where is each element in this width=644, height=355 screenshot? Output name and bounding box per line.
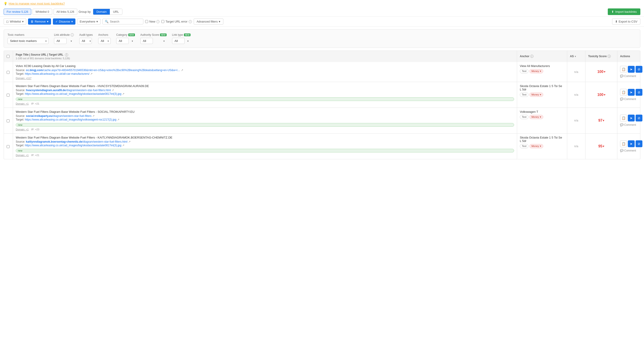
target-url-error-checkbox-label[interactable]: Target URL error i xyxy=(161,20,192,23)
link-type-select[interactable]: All xyxy=(172,38,184,44)
row2-source-link[interactable]: hvacsystemdiagram.aura09.de/diagram/west… xyxy=(26,89,111,92)
filter-group-link-type: Link type NEW All xyxy=(172,33,190,44)
row4-badge-text: Text xyxy=(520,144,528,148)
row4-anchor-text: Skoda Octavia Estate 1 5 Tsi Se L 5dr xyxy=(520,136,564,143)
row3-checkbox[interactable] xyxy=(6,120,10,122)
toxicity-info-icon[interactable]: i xyxy=(608,55,611,58)
group-by-label: Group by xyxy=(78,10,91,14)
select-all-checkbox[interactable] xyxy=(6,55,10,58)
target-url-error-info-icon[interactable]: i xyxy=(189,20,192,23)
row4-checkbox[interactable] xyxy=(6,145,10,148)
filter-group-authority-score: Authority Score NEW All xyxy=(140,33,166,44)
import-backlinks-button[interactable]: ⬆ Import backlinks xyxy=(608,8,640,15)
row2-target-external-icon: ↗ xyxy=(122,92,124,96)
row4-comment-icon: 💬 xyxy=(620,149,624,152)
row2-domain-info-wrapper: Domain: +1 IP: +21 xyxy=(16,102,514,105)
row1-comment-link[interactable]: 💬 Comment xyxy=(620,74,642,78)
toxicity-chevron-icon: ▾ xyxy=(603,119,604,122)
location-dropdown-button[interactable]: Everywhere ▾ xyxy=(77,18,101,24)
toxic-markers-select[interactable]: Select toxic markers xyxy=(8,38,48,44)
row2-source-line: Source: hvacsystemdiagram.aura09.de/diag… xyxy=(16,89,514,92)
disavow-dropdown-button[interactable]: ✓ Disavow ▾ xyxy=(53,18,76,24)
row1-block-button[interactable]: ⊘ xyxy=(636,66,642,73)
new-checkbox[interactable] xyxy=(145,20,148,23)
audit-types-select[interactable]: All xyxy=(79,38,92,44)
anchors-label: Anchors xyxy=(98,33,111,36)
row1-domain-info[interactable]: Domain: +117 xyxy=(16,77,514,80)
row1-target-external-icon: ↗ xyxy=(90,72,92,76)
row3-badge-money[interactable]: Money ▾ xyxy=(529,115,543,119)
row4-as-value: n/a xyxy=(574,144,578,148)
link-attribute-select[interactable]: All xyxy=(54,38,66,44)
row1-copy-button[interactable]: 📋 xyxy=(620,66,627,73)
new-info-icon[interactable]: i xyxy=(156,20,160,23)
whitelist-dropdown-button[interactable]: ◻ Whitelist ▾ xyxy=(4,18,26,24)
row3-actions-col: 📋 ➤ ⊘ 💬 Comment xyxy=(620,114,642,126)
tab-whitelist[interactable]: Whitelist 0 xyxy=(32,9,52,15)
row3-block-button[interactable]: ⊘ xyxy=(636,114,642,122)
new-checkbox-label[interactable]: New i xyxy=(145,20,160,23)
row3-domain-info[interactable]: Domain: +1 xyxy=(16,128,29,131)
advanced-filters-button[interactable]: Advanced filters ▾ xyxy=(194,18,224,24)
row3-target-link[interactable]: https://www.allcarleasing.co.uk/cad_imag… xyxy=(25,118,116,121)
row2-copy-button[interactable]: 📋 xyxy=(620,89,627,96)
row1-source-link[interactable]: cc.bingj.com/cache.aspx?d=48344557019465… xyxy=(26,68,180,72)
filter-panel-row: Toxic markers Select toxic markers Link … xyxy=(8,33,636,44)
tab-for-review[interactable]: For review 5,126 xyxy=(4,9,31,15)
table-row: Western Star Fuel Filters Diagram Base W… xyxy=(4,108,640,134)
row1-badge-money[interactable]: Money ▾ xyxy=(529,69,543,73)
row4-as-cell: n/a xyxy=(567,134,586,159)
row3-send-button[interactable]: ➤ xyxy=(628,114,635,122)
banner-link[interactable]: How to manage your most toxic backlinks? xyxy=(9,2,65,5)
row2-badge-money[interactable]: Money ▾ xyxy=(529,92,543,97)
row1-send-button[interactable]: ➤ xyxy=(628,66,635,73)
anchor-info-icon[interactable]: i xyxy=(530,55,534,58)
target-url-error-checkbox[interactable] xyxy=(161,20,164,23)
tab-bar-left: For review 5,126 Whitelist 0 All links 5… xyxy=(4,9,122,15)
money-chevron-icon: ▾ xyxy=(540,70,541,73)
row4-badge-money[interactable]: Money ▾ xyxy=(529,144,543,148)
money-chevron-icon: ▾ xyxy=(540,93,541,96)
row4-send-button[interactable]: ➤ xyxy=(628,140,635,147)
row4-target-link[interactable]: https://www.allcarleasing.co.uk/cad_imag… xyxy=(25,144,122,147)
row2-toxicity-cell: 100 ▾ xyxy=(586,82,617,108)
row1-toxicity-score: 100 ▾ xyxy=(597,70,605,74)
row2-block-button[interactable]: ⊘ xyxy=(636,89,642,96)
row4-copy-button[interactable]: 📋 xyxy=(620,140,627,147)
row2-domain-info[interactable]: Domain: +1 xyxy=(16,102,29,105)
row1-checkbox-cell xyxy=(4,62,13,82)
row2-as-value: n/a xyxy=(574,93,578,96)
group-by-url[interactable]: URL xyxy=(110,9,122,14)
row1-target-link[interactable]: https://www.allcarleasing.co.uk/all-car-… xyxy=(25,72,89,76)
row1-checkbox[interactable] xyxy=(6,71,10,74)
anchors-select[interactable]: All xyxy=(98,38,111,44)
row3-copy-button[interactable]: 📋 xyxy=(620,114,627,122)
th-as[interactable]: AS ▾ xyxy=(567,51,586,62)
row2-target-link[interactable]: https://www.allcarleasing.co.uk/cad_imag… xyxy=(25,92,122,96)
row2-checkbox[interactable] xyxy=(6,94,10,96)
row2-target-line: Target: https://www.allcarleasing.co.uk/… xyxy=(16,92,514,96)
row1-as-value: n/a xyxy=(574,70,578,74)
category-new-badge: NEW xyxy=(128,34,135,36)
authority-score-select[interactable]: All xyxy=(140,38,153,44)
row2-as-cell: n/a xyxy=(567,82,586,108)
row4-source-link[interactable]: kaitlynndiagramok.boersentag-chemnitz.de… xyxy=(26,140,128,143)
tab-all-links[interactable]: All links 5,126 xyxy=(54,9,77,15)
row4-block-button[interactable]: ⊘ xyxy=(636,140,642,147)
search-input[interactable] xyxy=(110,20,137,23)
row4-domain-info[interactable]: Domain: +1 xyxy=(16,154,29,156)
audit-types-label: Audit types xyxy=(79,33,93,36)
row3-comment-link[interactable]: 💬 Comment xyxy=(620,123,642,126)
row2-send-button[interactable]: ➤ xyxy=(628,89,635,96)
remove-dropdown-button[interactable]: 🗑 Remove ▾ xyxy=(28,18,51,24)
export-csv-button[interactable]: ⬇ Export to CSV xyxy=(612,18,640,24)
link-attribute-info-icon[interactable]: i xyxy=(71,33,74,36)
page-title-info-icon[interactable]: i xyxy=(65,53,68,56)
row2-comment-link[interactable]: 💬 Comment xyxy=(620,98,642,101)
th-actions: Actions xyxy=(617,51,640,62)
row3-source-link[interactable]: social.troikaparty.eu/diagram/western-st… xyxy=(26,114,92,118)
row4-new-tag: new xyxy=(16,149,514,152)
category-select[interactable]: All xyxy=(116,38,129,44)
group-by-domain[interactable]: Domain xyxy=(93,9,110,14)
row4-comment-link[interactable]: 💬 Comment xyxy=(620,149,642,152)
